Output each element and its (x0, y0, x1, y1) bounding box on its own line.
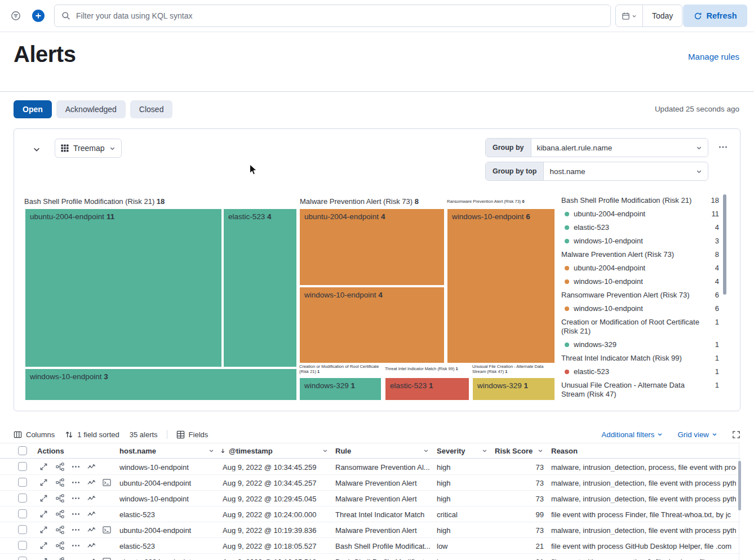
open-session-view-icon[interactable] (103, 557, 111, 560)
legend-item[interactable]: Threat Intel Indicator Match (Risk 99)1 (561, 352, 719, 365)
treemap-node[interactable]: ubuntu-2004-endpoint 4 (299, 208, 445, 286)
more-actions-icon[interactable] (72, 557, 80, 560)
column-header-host[interactable]: host.name (119, 443, 214, 458)
investigate-in-timeline-icon[interactable] (87, 478, 96, 487)
expand-alert-icon[interactable] (39, 557, 48, 560)
more-actions-icon[interactable] (72, 463, 80, 471)
treemap-node[interactable]: windows-10-endpoint 3 (24, 368, 298, 401)
legend-dot-icon (565, 239, 569, 243)
investigate-in-timeline-icon[interactable] (87, 494, 96, 503)
additional-filters-button[interactable]: Additional filters (601, 430, 663, 439)
treemap-node[interactable]: windows-329 1 (299, 377, 382, 401)
group-by-select[interactable]: Group by kibana.alert.rule.name (485, 138, 708, 157)
row-checkbox[interactable] (18, 478, 27, 487)
legend-item[interactable]: ubuntu-2004-endpoint4 (561, 261, 719, 275)
date-picker-button[interactable] (616, 5, 643, 26)
expand-alert-icon[interactable] (39, 510, 48, 518)
legend-item[interactable]: windows-3291 (561, 338, 719, 352)
table-row[interactable]: ubuntu-2004-endpoint Aug 9, 2022 @ 10:16… (0, 554, 740, 560)
column-header-severity[interactable]: Severity (437, 443, 487, 458)
analyze-event-icon[interactable] (56, 526, 64, 534)
tab-open[interactable]: Open (14, 100, 52, 118)
analyze-event-icon[interactable] (56, 541, 64, 550)
legend-item[interactable]: windows-10-endpoint3 (561, 234, 719, 248)
fields-button[interactable]: Fields (176, 430, 209, 439)
more-actions-icon[interactable] (72, 478, 80, 487)
analyze-event-icon[interactable] (56, 478, 64, 487)
more-actions-icon[interactable] (72, 541, 80, 550)
chart-type-select[interactable]: Treemap (55, 139, 122, 158)
saved-query-menu-button[interactable] (7, 7, 25, 25)
legend-item[interactable]: elastic-5231 (561, 365, 719, 379)
column-header-risk-score[interactable]: Risk Score (495, 443, 543, 458)
legend-item[interactable]: Bash Shell Profile Modification (Risk 21… (561, 194, 719, 207)
legend-item[interactable]: windows-10-endpoint4 (561, 275, 719, 288)
treemap-node[interactable]: windows-10-endpoint 6 (446, 208, 556, 364)
expand-alert-icon[interactable] (39, 526, 48, 534)
legend-item[interactable]: ubuntu-2004-endpoint11 (561, 207, 719, 221)
more-actions-icon[interactable] (72, 526, 80, 534)
collapse-chart-button[interactable] (29, 141, 45, 157)
more-actions-icon[interactable] (72, 510, 80, 518)
today-button[interactable]: Today (643, 5, 682, 26)
treemap-node[interactable]: windows-10-endpoint 4 (299, 286, 445, 364)
open-session-view-icon[interactable] (103, 526, 111, 534)
legend-item[interactable]: Ransomware Prevention Alert (Risk 73)6 (561, 288, 719, 302)
legend-item[interactable]: Creation or Modification of Root Certifi… (561, 315, 719, 338)
row-checkbox[interactable] (18, 525, 27, 534)
treemap-node[interactable]: elastic-523 1 (384, 377, 470, 401)
column-header-reason[interactable]: Reason (551, 443, 619, 458)
grid-view-button[interactable]: Grid view (677, 430, 717, 439)
group-by-top-select[interactable]: Group by top host.name (485, 162, 708, 181)
investigate-in-timeline-icon[interactable] (87, 541, 96, 550)
row-checkbox[interactable] (18, 557, 27, 560)
table-row[interactable]: ubuntu-2004-endpoint Aug 9, 2022 @ 10:34… (0, 475, 740, 491)
add-filter-button[interactable] (29, 7, 47, 25)
fullscreen-button[interactable] (732, 430, 740, 439)
treemap-node[interactable]: windows-329 1 (472, 377, 556, 401)
analyze-event-icon[interactable] (56, 494, 64, 503)
more-actions-icon[interactable] (72, 494, 80, 503)
table-row[interactable]: elastic-523 Aug 9, 2022 @ 10:18:05.527 B… (0, 538, 740, 554)
expand-alert-icon[interactable] (39, 541, 48, 550)
row-checkbox[interactable] (18, 494, 27, 503)
column-header-timestamp[interactable]: @timestamp (220, 443, 328, 458)
chart-options-button[interactable] (718, 143, 728, 152)
analyze-event-icon[interactable] (56, 510, 64, 518)
expand-alert-icon[interactable] (39, 478, 48, 487)
kql-filter-input[interactable] (76, 11, 604, 20)
treemap-node[interactable]: elastic-523 4 (223, 208, 298, 368)
sort-fields-button[interactable]: 1 field sorted (65, 430, 119, 439)
table-row[interactable]: windows-10-endpoint Aug 9, 2022 @ 10:29:… (0, 491, 740, 506)
expand-alert-icon[interactable] (39, 463, 48, 471)
investigate-in-timeline-icon[interactable] (87, 510, 96, 518)
grid-scrollbar[interactable] (738, 461, 741, 510)
table-row[interactable]: windows-10-endpoint Aug 9, 2022 @ 10:34:… (0, 459, 740, 475)
column-header-rule[interactable]: Rule (335, 443, 429, 458)
tab-acknowledged[interactable]: Acknowledged (56, 100, 126, 118)
legend-item[interactable]: Unusual File Creation - Alternate Data S… (561, 379, 719, 401)
row-checkbox[interactable] (18, 541, 27, 550)
row-checkbox[interactable] (18, 509, 27, 518)
legend-item[interactable]: windows-10-endpoint6 (561, 302, 719, 315)
expand-alert-icon[interactable] (39, 494, 48, 503)
analyze-event-icon[interactable] (56, 463, 64, 471)
table-row[interactable]: ubuntu-2004-endpoint Aug 9, 2022 @ 10:19… (0, 522, 740, 538)
treemap-node[interactable]: ubuntu-2004-endpoint 11 (24, 208, 223, 368)
manage-rules-link[interactable]: Manage rules (688, 52, 739, 61)
analyze-event-icon[interactable] (56, 557, 64, 560)
row-checkbox[interactable] (18, 462, 27, 471)
investigate-in-timeline-icon[interactable] (87, 526, 96, 534)
open-session-view-icon[interactable] (103, 478, 111, 487)
legend-item[interactable]: elastic-5234 (561, 221, 719, 234)
columns-button[interactable]: Columns (14, 430, 55, 439)
refresh-button[interactable]: Refresh (683, 5, 747, 27)
investigate-in-timeline-icon[interactable] (87, 557, 96, 560)
select-all-checkbox[interactable] (18, 446, 27, 455)
chevron-down-icon (712, 432, 717, 437)
investigate-in-timeline-icon[interactable] (87, 463, 96, 471)
legend-scrollbar[interactable] (723, 194, 726, 295)
tab-closed[interactable]: Closed (130, 100, 173, 118)
table-row[interactable]: elastic-523 Aug 9, 2022 @ 10:24:00.000 T… (0, 506, 740, 522)
legend-item[interactable]: Malware Prevention Alert (Risk 73)8 (561, 248, 719, 261)
